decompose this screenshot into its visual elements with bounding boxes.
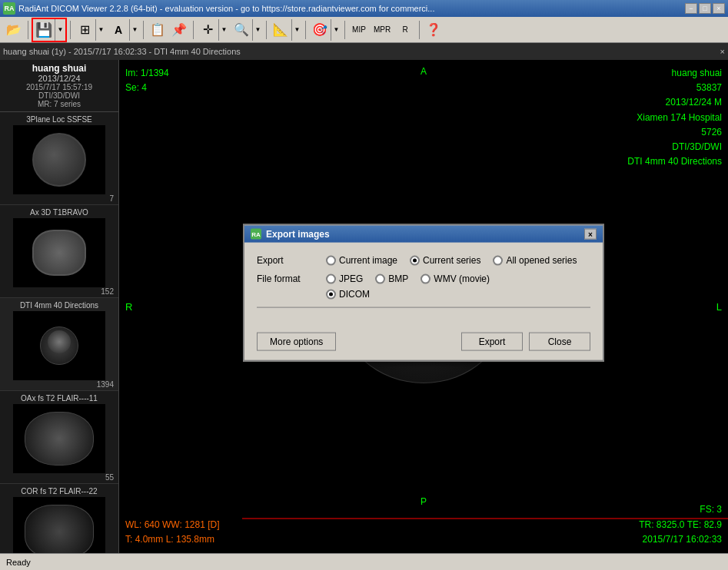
open-button[interactable]: 📂 [3, 19, 25, 41]
radio-current-series[interactable]: Current series [410, 255, 480, 266]
crosshair-dropdown[interactable]: ▼ [218, 19, 229, 41]
patient-date: 2013/12/24 [3, 74, 115, 83]
text-dropdown[interactable]: ▼ [129, 19, 140, 41]
sidebar: huang shuai 2013/12/24 2015/7/17 15:57:1… [0, 60, 119, 553]
crosshair-button[interactable]: ✛ [197, 19, 218, 41]
radio-btn-jpeg[interactable] [326, 273, 336, 283]
radio-label-all-opened: All opened series [506, 255, 577, 266]
patient-name-overlay: huang shuai [627, 66, 722, 81]
t-info: T: 4.0mm L: 135.8mm [125, 532, 220, 547]
series-overlay: DTI 4mm 40 Directions [627, 154, 722, 169]
series-thumb-5 [13, 497, 105, 553]
radio-dicom[interactable]: DICOM [326, 289, 370, 300]
radio-label-jpeg: JPEG [339, 273, 363, 284]
measure-button[interactable]: 📐 [270, 19, 291, 41]
zoom-dropdown[interactable]: ▼ [252, 19, 263, 41]
patient-series-info: DTI/3D/DWI [3, 91, 115, 100]
hospital-overlay: Xiamen 174 Hospital [627, 111, 722, 125]
patient-mr-info: MR: 7 series [3, 100, 115, 108]
radio-btn-dicom[interactable] [326, 289, 336, 299]
main-layout: huang shuai 2013/12/24 2015/7/17 15:57:1… [0, 60, 728, 553]
close-dialog-button[interactable]: Close [529, 333, 590, 351]
series-item-2[interactable]: Ax 3D T1BRAVO 152 [0, 205, 118, 298]
series-label-4: OAx fs T2 FLAIR----11 [2, 393, 117, 404]
radio-btn-current-series[interactable] [410, 255, 420, 265]
radio-wmv[interactable]: WMV (movie) [421, 273, 490, 284]
toolbar-separator-2 [70, 21, 71, 39]
radio-current-image[interactable]: Current image [326, 255, 397, 266]
status-bar: Ready [0, 553, 728, 570]
title-bar: RA RadiAnt DICOM Viewer 2.2.8 (64-bit) -… [0, 0, 728, 17]
patient-datetime: 2015/7/17 15:57:19 [3, 83, 115, 91]
file-format-label: File format [257, 273, 326, 284]
radio-jpeg[interactable]: JPEG [326, 273, 363, 284]
series-label-2: Ax 3D T1BRAVO [2, 207, 117, 218]
file-format-row: File format JPEG BMP WMV (movie) [257, 273, 590, 284]
copy-button[interactable]: 📋 [147, 19, 168, 41]
window-button[interactable]: 🎯 [309, 19, 331, 41]
dialog-close-x[interactable]: × [584, 229, 597, 240]
toolbar-separator-6 [305, 21, 306, 39]
minimize-button[interactable]: − [685, 3, 697, 14]
more-options-button[interactable]: More options [257, 333, 336, 351]
radio-label-wmv: WMV (movie) [434, 273, 490, 284]
series-thumb-2 [13, 218, 105, 287]
mpr-button[interactable]: MPR [371, 19, 393, 41]
status-text: Ready [6, 558, 31, 567]
patient-date-overlay: 2013/12/24 M [627, 95, 722, 110]
code-overlay: 5726 [627, 125, 722, 140]
dicom-options: DICOM [326, 289, 370, 300]
paste-button[interactable]: 📌 [168, 19, 190, 41]
radio-label-current-series: Current series [423, 255, 480, 266]
radio-bmp[interactable]: BMP [375, 273, 408, 284]
series-label-5: COR fs T2 FLAIR---22 [2, 485, 117, 497]
toolbar-separator-8 [419, 21, 420, 39]
close-button[interactable]: × [713, 3, 725, 14]
toolbar-separator-7 [344, 21, 345, 39]
image-number: Im: 1/1394 [125, 66, 169, 81]
save-button[interactable]: 💾 [33, 19, 55, 41]
toolbar-separator-5 [266, 21, 267, 39]
zoom-button[interactable]: 🔍 [231, 19, 252, 41]
toolbar-separator-4 [193, 21, 194, 39]
series-item-5[interactable]: COR fs T2 FLAIR---22 [0, 484, 118, 553]
patient-bar-close[interactable]: × [720, 47, 725, 56]
radio-all-opened[interactable]: All opened series [493, 255, 577, 266]
save-dropdown[interactable]: ▼ [55, 19, 65, 41]
toolbar-separator-3 [143, 21, 144, 39]
format-options: JPEG BMP WMV (movie) [326, 273, 490, 284]
dialog-icon: RA [251, 229, 261, 240]
series-count-2: 152 [2, 287, 117, 296]
series-item-1[interactable]: 3Plane Loc SSFSE 7 [0, 112, 118, 205]
r-button[interactable]: R [394, 19, 416, 41]
series-count-4: 55 [2, 473, 117, 482]
toolbar-separator-1 [28, 21, 28, 39]
export-button[interactable]: Export [461, 333, 523, 351]
mip-button[interactable]: MIP [348, 19, 370, 41]
viewer-label-bottom: P [421, 496, 427, 507]
measure-dropdown[interactable]: ▼ [291, 19, 302, 41]
window-dropdown[interactable]: ▼ [331, 19, 341, 41]
series-item-4[interactable]: OAx fs T2 FLAIR----11 55 [0, 391, 118, 484]
viewer-label-left: R [125, 301, 132, 313]
radio-btn-wmv[interactable] [421, 273, 430, 283]
series-label-3: DTI 4mm 40 Directions [2, 300, 117, 311]
layout-dropdown[interactable]: ▼ [95, 19, 106, 41]
maximize-button[interactable]: □ [699, 3, 711, 14]
help-button[interactable]: ❓ [423, 19, 444, 41]
viewer: Im: 1/1394 Se: 4 huang shuai 53837 2013/… [119, 60, 728, 553]
tr-info: TR: 8325.0 TE: 82.9 [639, 518, 722, 532]
radio-btn-all-opened[interactable] [493, 255, 503, 265]
radio-label-current-image: Current image [339, 255, 397, 266]
series-count-1: 7 [2, 194, 117, 203]
thumb-brain-2 [32, 230, 86, 276]
series-item-3[interactable]: DTI 4mm 40 Directions 1394 [0, 298, 118, 391]
radio-btn-bmp[interactable] [375, 273, 385, 283]
layout-button[interactable]: ⊞ [74, 19, 95, 41]
radio-label-dicom: DICOM [339, 289, 370, 300]
patient-id-overlay: 53837 [627, 81, 722, 95]
series-number: Se: 4 [125, 81, 169, 95]
text-button[interactable]: A [108, 19, 129, 41]
radio-btn-current-image[interactable] [326, 255, 336, 265]
title-bar-buttons: − □ × [685, 3, 725, 14]
